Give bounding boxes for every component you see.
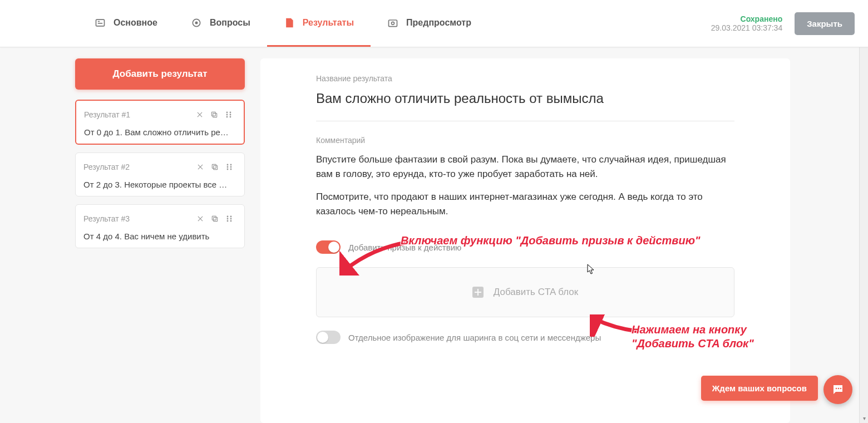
share-image-toggle[interactable]	[316, 331, 341, 344]
svg-point-30	[230, 220, 232, 222]
result-comment[interactable]: Впустите больше фантазии в свой разум. П…	[316, 153, 734, 218]
svg-point-25	[227, 216, 229, 218]
svg-point-29	[227, 220, 229, 222]
svg-point-13	[226, 116, 228, 118]
tab-label: Предпросмотр	[406, 18, 471, 28]
svg-point-31	[836, 388, 837, 390]
drag-icon[interactable]	[222, 212, 236, 226]
svg-rect-15	[214, 166, 218, 170]
svg-point-32	[838, 388, 840, 390]
result-card-title: Результат #1	[84, 110, 193, 119]
title-label: Название результата	[316, 74, 734, 83]
tab-questions[interactable]: Вопросы	[174, 0, 267, 47]
result-title[interactable]: Вам сложно отличить реальность от вымысл…	[316, 91, 734, 106]
svg-rect-7	[213, 114, 217, 117]
tab-preview[interactable]: Предпросмотр	[371, 0, 488, 47]
result-card-title: Результат #3	[83, 214, 193, 223]
svg-point-14	[230, 116, 231, 118]
svg-point-10	[230, 112, 231, 114]
card-icon	[95, 17, 106, 28]
camera-icon	[387, 17, 398, 28]
saved-label: Сохранено	[711, 14, 782, 23]
svg-point-4	[195, 22, 197, 23]
main-panel: Название результата Вам сложно отличить …	[260, 58, 790, 423]
svg-point-28	[230, 218, 232, 220]
saved-time: 29.03.2021 03:37:34	[711, 23, 782, 32]
chat-fab[interactable]	[823, 375, 852, 404]
chart-file-icon	[284, 17, 295, 28]
svg-point-6	[392, 22, 394, 24]
share-image-label: Отдельное изображение для шаринга в соц …	[348, 333, 601, 342]
tab-label: Результаты	[303, 18, 354, 28]
add-result-button[interactable]: Добавить результат	[75, 58, 245, 90]
svg-point-12	[230, 114, 231, 116]
result-card-title: Результат #2	[83, 163, 193, 171]
result-card[interactable]: Результат #3 От 4 до 4. Вас ничем не уди…	[75, 204, 245, 248]
svg-rect-24	[212, 216, 216, 220]
scrollbar[interactable]: ▾	[859, 0, 868, 423]
svg-rect-16	[212, 164, 216, 168]
result-card-desc: От 0 до 1. Вам сложно отличить ре…	[84, 127, 236, 137]
add-cta-label: Добавить CTA блок	[494, 287, 578, 298]
add-cta-block-button[interactable]: Добавить CTA блок	[316, 267, 734, 317]
svg-rect-5	[389, 20, 397, 27]
svg-point-26	[230, 216, 232, 218]
tab-main[interactable]: Основное	[78, 0, 174, 47]
tab-results[interactable]: Результаты	[267, 0, 371, 47]
copy-icon[interactable]	[208, 212, 222, 226]
divider	[316, 121, 734, 121]
svg-point-11	[226, 114, 228, 116]
target-icon	[191, 17, 202, 28]
tab-label: Основное	[114, 18, 157, 28]
copy-icon[interactable]	[208, 160, 222, 174]
close-icon[interactable]	[193, 107, 207, 122]
cta-toggle-label: Добавить призыв к действию	[348, 243, 461, 252]
svg-rect-23	[214, 218, 218, 222]
svg-point-22	[230, 169, 232, 170]
tab-label: Вопросы	[210, 18, 250, 28]
save-status: Сохранено 29.03.2021 03:37:34	[711, 14, 782, 32]
chat-icon	[831, 383, 845, 396]
share-image-row: Отдельное изображение для шаринга в соц …	[316, 331, 734, 344]
svg-point-9	[226, 112, 228, 114]
result-card[interactable]: Результат #1 От 0 до 1. Вам сложно отлич…	[75, 100, 245, 145]
scrollbar-down-icon[interactable]: ▾	[860, 414, 868, 423]
svg-point-18	[230, 164, 232, 166]
svg-point-17	[227, 164, 229, 166]
svg-point-19	[227, 166, 229, 168]
result-card-desc: От 4 до 4. Вас ничем не удивить	[83, 232, 236, 241]
svg-point-33	[840, 388, 842, 390]
close-icon[interactable]	[193, 212, 208, 226]
close-icon[interactable]	[193, 160, 208, 174]
svg-point-20	[230, 166, 232, 168]
drag-icon[interactable]	[222, 160, 236, 174]
comment-paragraph: Посмотрите, что продают в наших интернет…	[316, 190, 734, 218]
ask-button[interactable]: Ждем ваших вопросов	[701, 376, 818, 401]
close-button[interactable]: Закрыть	[795, 12, 855, 35]
svg-point-21	[227, 169, 229, 170]
result-card[interactable]: Результат #2 От 2 до 3. Некоторые проект…	[75, 153, 245, 196]
svg-point-27	[227, 218, 229, 220]
svg-rect-8	[211, 112, 215, 116]
copy-icon[interactable]	[207, 107, 221, 122]
drag-icon[interactable]	[221, 107, 236, 122]
comment-label: Комментарий	[316, 136, 734, 145]
comment-paragraph: Впустите больше фантазии в свой разум. П…	[316, 153, 734, 181]
topbar: Основное Вопросы Результаты Предпросмотр…	[0, 0, 868, 47]
cta-toggle[interactable]	[316, 240, 341, 254]
plus-icon	[472, 287, 484, 298]
sidebar: Добавить результат Результат #1 От 0 до …	[75, 58, 245, 423]
result-card-desc: От 2 до 3. Некоторые проекты все …	[83, 180, 236, 189]
cta-toggle-row: Добавить призыв к действию	[316, 240, 734, 254]
